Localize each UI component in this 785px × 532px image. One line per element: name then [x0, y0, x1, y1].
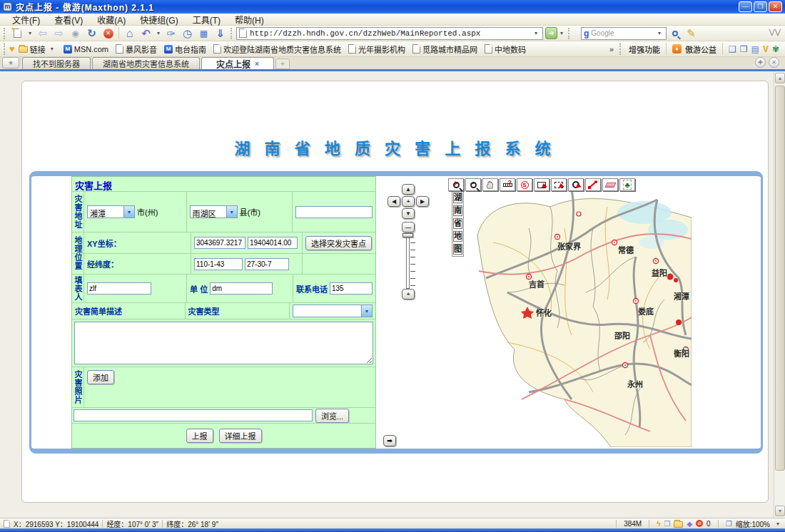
menu-help[interactable]: 帮助(H): [228, 13, 270, 26]
search-input[interactable]: Google: [591, 29, 653, 37]
chevron-down-icon[interactable]: ▼: [361, 305, 372, 317]
menu-file[interactable]: 文件(F): [6, 13, 46, 26]
eraser-status-icon[interactable]: ◆: [687, 520, 692, 528]
search-engine-dropdown-icon[interactable]: ▾: [655, 30, 664, 36]
draw-redline-icon[interactable]: [585, 178, 601, 191]
tab-close-icon[interactable]: ×: [255, 60, 259, 68]
zoom-out-step-button[interactable]: —: [402, 222, 415, 232]
expand-panel-button[interactable]: ➡: [383, 435, 396, 446]
download-icon[interactable]: ⇓: [212, 26, 228, 41]
address-url[interactable]: http://dzzh.hndh.gov.cn/dzzhWeb/MainRepo…: [250, 29, 529, 38]
minimize-button[interactable]: —: [739, 1, 752, 12]
close-button[interactable]: ✕: [769, 1, 782, 12]
favorites-heart-icon[interactable]: ♥: [9, 44, 15, 54]
pick-disaster-point-button[interactable]: 选择突发灾害点: [305, 236, 372, 250]
back-icon[interactable]: ⇦: [34, 26, 51, 41]
skin-icon[interactable]: V: [763, 44, 769, 54]
deselect-rectangle-icon[interactable]: [551, 178, 567, 191]
messenger-icon[interactable]: ❑: [729, 44, 736, 54]
refresh-icon[interactable]: ↻: [83, 26, 100, 41]
pan-down-button[interactable]: ▼: [402, 208, 415, 219]
longitude-input[interactable]: [194, 258, 243, 270]
x-coordinate-input[interactable]: [194, 237, 245, 249]
browse-button[interactable]: 浏览...: [315, 409, 349, 423]
maxthon-charity-link[interactable]: 傲游公益: [685, 44, 716, 55]
phone-input[interactable]: [330, 282, 373, 295]
zoom-dropdown-icon[interactable]: ▾: [774, 521, 782, 527]
identify-icon[interactable]: [568, 178, 584, 191]
pan-center-button[interactable]: +: [402, 196, 415, 207]
chevron-down-icon[interactable]: ▼: [226, 206, 237, 218]
boost-icon[interactable]: ϟ: [657, 520, 660, 528]
new-tab-icon[interactable]: ✶: [9, 26, 26, 41]
chicken-icon[interactable]: ♦: [672, 44, 682, 53]
scrollbar-thumb[interactable]: [775, 86, 785, 471]
reporter-name-input[interactable]: [87, 282, 151, 295]
history-clock-icon[interactable]: ◷: [179, 26, 196, 41]
zoom-window-icon[interactable]: ❐: [726, 520, 732, 528]
pan-up-button[interactable]: ▲: [402, 184, 415, 195]
toolbar-overflow-icon[interactable]: ⋁⋁: [769, 28, 781, 36]
tab-server-not-found[interactable]: 找不到服务器: [22, 57, 91, 69]
undo-icon[interactable]: ↶: [138, 26, 154, 41]
go-dropdown-icon[interactable]: ▾: [557, 30, 566, 36]
pan-right-button[interactable]: ▶: [416, 196, 429, 207]
menu-groups[interactable]: 快捷组(G): [133, 13, 184, 26]
zoom-slider-handle[interactable]: [402, 233, 413, 237]
zoom-slider-track[interactable]: [406, 235, 410, 289]
bookmark-zhongdi-digital[interactable]: 中地数码: [481, 44, 530, 55]
highlight-icon[interactable]: ✎: [683, 26, 699, 41]
undo-dropdown-icon[interactable]: ▾: [154, 30, 163, 36]
go-button[interactable]: ➔: [545, 27, 557, 39]
photo-file-input[interactable]: [74, 409, 313, 421]
bookmark-radio-guide[interactable]: M电台指南: [161, 44, 210, 55]
zoom-in-icon[interactable]: +: [448, 178, 464, 191]
menu-view[interactable]: 查看(V): [48, 13, 89, 26]
tab-hunan-geo-info[interactable]: 湖南省地质灾害信息系统: [92, 57, 200, 69]
address-detail-input[interactable]: [295, 206, 373, 218]
bookmark-storm-player[interactable]: 暴风影音: [112, 44, 161, 55]
submit-button[interactable]: 上报: [186, 429, 213, 443]
scroll-down-icon[interactable]: ▼: [775, 506, 785, 516]
page-scrollbar[interactable]: ▲ ▼: [774, 71, 785, 518]
scroll-up-icon[interactable]: ▲: [775, 73, 785, 83]
bookmark-photo-studio[interactable]: 光年摄影机构: [345, 44, 409, 55]
pan-left-button[interactable]: ◀: [388, 196, 400, 207]
latitude-input[interactable]: [245, 258, 289, 270]
address-bar[interactable]: http://dzzh.hndh.gov.cn/dzzhWeb/MainRepo…: [236, 27, 543, 40]
description-textarea[interactable]: [74, 322, 373, 364]
plugin-icon[interactable]: ✾: [772, 44, 779, 54]
add-photo-button[interactable]: 添加: [87, 370, 114, 384]
search-box[interactable]: g Google ▾: [581, 27, 667, 40]
enhance-features-link[interactable]: 增强功能: [629, 44, 660, 55]
bookmark-hunan-geo-system[interactable]: 欢迎登陆湖南省地质灾害信息系统: [210, 44, 345, 55]
ad-blocker-icon[interactable]: ⊘: [696, 520, 703, 527]
restore-button[interactable]: ❐: [754, 1, 767, 12]
history-dropdown-icon[interactable]: ◉: [67, 26, 83, 41]
snap-icon[interactable]: ▦: [196, 26, 212, 41]
unit-input[interactable]: [210, 282, 273, 295]
bookmarks-overflow-icon[interactable]: »: [609, 45, 614, 53]
magic-fill-icon[interactable]: ✑: [163, 26, 179, 41]
disaster-type-select[interactable]: ▼: [293, 305, 373, 317]
zoom-level[interactable]: 缩放:100%: [736, 518, 770, 529]
menu-favorites[interactable]: 收藏(A): [91, 13, 132, 26]
stop-icon[interactable]: ✕: [100, 26, 116, 41]
menu-tools[interactable]: 工具(T): [186, 13, 227, 26]
home-icon[interactable]: ⌂: [121, 26, 138, 41]
layer-tree-icon[interactable]: ♣: [619, 178, 635, 191]
tab-bar-close-button[interactable]: ✕: [769, 57, 779, 68]
y-coordinate-input[interactable]: [248, 237, 298, 249]
popup-window-icon[interactable]: ❐: [664, 520, 670, 528]
bookmark-msn[interactable]: MMSN.com: [60, 45, 112, 53]
tab-tools-button[interactable]: ✚: [755, 57, 766, 68]
tab-list-star-icon[interactable]: ★: [2, 57, 19, 68]
submit-detail-button[interactable]: 详细上报: [219, 429, 262, 443]
address-dropdown-icon[interactable]: ▾: [532, 30, 540, 36]
city-select[interactable]: 湘潭▼: [87, 205, 135, 218]
bookmark-city-boutique[interactable]: 觅路城市精品网: [409, 44, 481, 55]
forward-icon[interactable]: ⇨: [51, 26, 67, 41]
map-canvas[interactable]: 张家界 常德 益阳 湘潭 吉首 娄底 怀化 邵阳 衡阳 永州: [465, 185, 692, 447]
bookmark-links-folder[interactable]: 链接▾: [15, 44, 60, 55]
chevron-down-icon[interactable]: ▼: [123, 206, 134, 218]
